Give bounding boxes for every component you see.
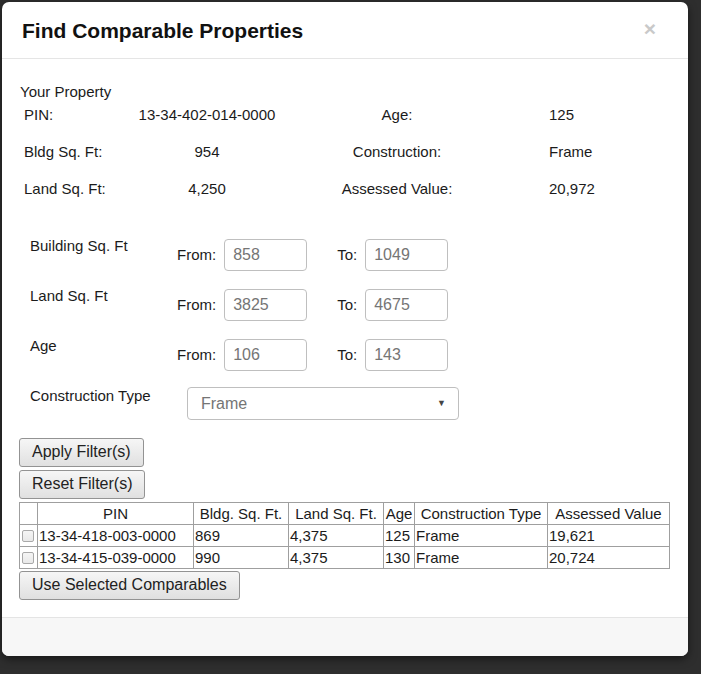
assessed-value-value: 20,972 <box>507 180 671 197</box>
cell-construction: Frame <box>415 547 548 569</box>
cell-land: 4,375 <box>289 525 384 547</box>
age-value: 125 <box>507 106 671 123</box>
construction-type-label: Construction Type <box>19 387 177 405</box>
row-checkbox[interactable] <box>22 530 34 542</box>
cell-bldg: 990 <box>194 547 289 569</box>
col-header-age: Age <box>384 503 415 525</box>
table-row: 13-34-415-039-0000 990 4,375 130 Frame 2… <box>20 547 670 569</box>
modal-footer <box>2 617 688 656</box>
from-label: From: <box>177 296 216 321</box>
table-row: 13-34-418-003-0000 869 4,375 125 Frame 1… <box>20 525 670 547</box>
cell-age: 125 <box>384 525 415 547</box>
filter-row-construction-type: Construction Type Frame ▼ <box>19 387 671 420</box>
to-label: To: <box>337 246 357 271</box>
cell-pin: 13-34-415-039-0000 <box>38 547 194 569</box>
apply-filters-button[interactable]: Apply Filter(s) <box>19 438 144 467</box>
checkbox-column-header <box>20 503 38 525</box>
age-from-input[interactable] <box>224 339 307 371</box>
construction-label: Construction: <box>287 143 507 160</box>
to-label: To: <box>337 296 357 321</box>
close-icon[interactable]: × <box>638 17 662 41</box>
col-header-pin: PIN <box>38 503 194 525</box>
modal-title: Find Comparable Properties <box>22 17 303 44</box>
your-property-heading: Your Property <box>19 83 671 100</box>
age-to-input[interactable] <box>365 339 448 371</box>
your-property-grid: PIN: 13-34-402-014-0000 Age: 125 Bldg Sq… <box>19 106 671 197</box>
filter-row-age: Age From: To: <box>19 337 671 371</box>
table-header-row: PIN Bldg. Sq. Ft. Land Sq. Ft. Age Const… <box>20 503 670 525</box>
construction-value: Frame <box>507 143 671 160</box>
from-label: From: <box>177 346 216 371</box>
land-sqft-value: 4,250 <box>127 180 287 197</box>
cell-assessed: 19,621 <box>548 525 670 547</box>
cell-age: 130 <box>384 547 415 569</box>
building-sqft-from-input[interactable] <box>224 239 307 271</box>
modal-body: Your Property PIN: 13-34-402-014-0000 Ag… <box>2 59 688 617</box>
from-label: From: <box>177 246 216 271</box>
cell-land: 4,375 <box>289 547 384 569</box>
cell-assessed: 20,724 <box>548 547 670 569</box>
land-sqft-label: Land Sq. Ft: <box>19 180 127 197</box>
row-checkbox[interactable] <box>22 552 34 564</box>
comparables-table: PIN Bldg. Sq. Ft. Land Sq. Ft. Age Const… <box>19 502 670 569</box>
filter-label: Age <box>19 337 177 355</box>
bldg-sqft-value: 954 <box>127 143 287 160</box>
col-header-assessed: Assessed Value <box>548 503 670 525</box>
building-sqft-to-input[interactable] <box>365 239 448 271</box>
construction-type-select[interactable]: Frame <box>187 387 459 420</box>
find-comparables-modal: Find Comparable Properties × Your Proper… <box>2 2 688 656</box>
land-sqft-to-input[interactable] <box>365 289 448 321</box>
col-header-land-sqft: Land Sq. Ft. <box>289 503 384 525</box>
age-label: Age: <box>287 106 507 123</box>
filter-row-land-sqft: Land Sq. Ft From: To: <box>19 287 671 321</box>
cell-construction: Frame <box>415 525 548 547</box>
to-label: To: <box>337 346 357 371</box>
pin-value: 13-34-402-014-0000 <box>127 106 287 123</box>
use-selected-comparables-button[interactable]: Use Selected Comparables <box>19 571 240 600</box>
cell-bldg: 869 <box>194 525 289 547</box>
assessed-value-label: Assessed Value: <box>287 180 507 197</box>
filter-row-building-sqft: Building Sq. Ft From: To: <box>19 237 671 271</box>
land-sqft-from-input[interactable] <box>224 289 307 321</box>
col-header-construction: Construction Type <box>415 503 548 525</box>
reset-filters-button[interactable]: Reset Filter(s) <box>19 470 145 499</box>
col-header-bldg-sqft: Bldg. Sq. Ft. <box>194 503 289 525</box>
modal-header: Find Comparable Properties × <box>2 2 688 59</box>
pin-label: PIN: <box>19 106 127 123</box>
cell-pin: 13-34-418-003-0000 <box>38 525 194 547</box>
filter-label: Land Sq. Ft <box>19 287 177 305</box>
filter-label: Building Sq. Ft <box>19 237 177 255</box>
bldg-sqft-label: Bldg Sq. Ft: <box>19 143 127 160</box>
